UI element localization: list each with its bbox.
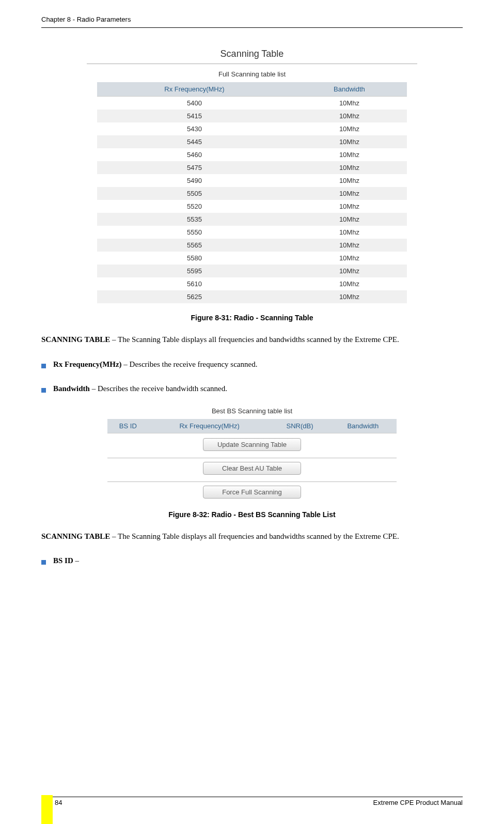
button-divider — [107, 481, 397, 482]
table-cell: 5520 — [97, 200, 292, 213]
table-cell: 5415 — [97, 110, 292, 122]
force-full-scanning-button[interactable]: Force Full Scanning — [203, 486, 301, 499]
bullet-rx-frequency: Rx Frequency(MHz) – Describes the receiv… — [41, 358, 463, 371]
chapter-header: Chapter 8 - Radio Parameters — [41, 15, 463, 23]
table-row: 546010Mhz — [97, 148, 407, 161]
table-cell: 5550 — [97, 226, 292, 239]
scanning-table-bold-2: SCANNING TABLE — [41, 532, 110, 540]
update-scanning-table-button[interactable]: Update Scanning Table — [203, 438, 301, 451]
scanning-table-bold: SCANNING TABLE — [41, 335, 110, 344]
bullet-icon — [41, 560, 46, 565]
bullet-icon — [41, 364, 46, 368]
table-cell: 5610 — [97, 277, 292, 290]
table-cell: 10Mhz — [292, 252, 407, 265]
table-cell: 10Mhz — [292, 265, 407, 277]
table-cell: 10Mhz — [292, 213, 407, 226]
table-row: 541510Mhz — [97, 110, 407, 122]
table-row: 559510Mhz — [97, 265, 407, 277]
col-bandwidth: Bandwidth — [329, 419, 397, 433]
table-row: 547510Mhz — [97, 161, 407, 174]
table-cell: 5595 — [97, 265, 292, 277]
table-row: 561010Mhz — [97, 277, 407, 290]
scanning-table-paragraph-2: SCANNING TABLE – The Scanning Table disp… — [41, 530, 463, 543]
table-cell: 10Mhz — [292, 187, 407, 200]
bullet-bold: Rx Frequency(MHz) — [53, 360, 122, 368]
scanning-table-paragraph-1: SCANNING TABLE – The Scanning Table disp… — [41, 333, 463, 347]
figure-8-31-caption: Figure 8-31: Radio - Scanning Table — [41, 314, 463, 322]
page-footer: 84 Extreme CPE Product Manual — [41, 795, 463, 810]
table-cell: 10Mhz — [292, 97, 407, 110]
bullet-bold: BS ID — [53, 556, 73, 565]
bullet-bs-id: BS ID – — [41, 554, 463, 568]
table-cell: 10Mhz — [292, 226, 407, 239]
table-cell: 5565 — [97, 239, 292, 252]
table-cell: 10Mhz — [292, 110, 407, 122]
bullet-icon — [41, 388, 46, 393]
table-cell: 10Mhz — [292, 239, 407, 252]
table-cell: 5460 — [97, 148, 292, 161]
col-rx-freq: Rx Frequency(MHz) — [149, 419, 271, 433]
figure-8-32-caption: Figure 8-32: Radio - Best BS Scanning Ta… — [41, 510, 463, 519]
table-cell: 5505 — [97, 187, 292, 200]
table-row: 555010Mhz — [97, 226, 407, 239]
best-bs-list-label: Best BS Scanning table list — [107, 407, 397, 415]
bullet-rest: – Describes the receive bandwidth scanne… — [90, 384, 227, 393]
table-cell: 10Mhz — [292, 277, 407, 290]
table-cell: 5580 — [97, 252, 292, 265]
clear-best-au-table-button[interactable]: Clear Best AU Table — [203, 462, 301, 475]
best-bs-table: BS ID Rx Frequency(MHz) SNR(dB) Bandwidt… — [107, 419, 397, 433]
col-snr: SNR(dB) — [271, 419, 329, 433]
yellow-strip — [41, 810, 53, 824]
bullet-text: Rx Frequency(MHz) – Describes the receiv… — [53, 358, 257, 371]
col-rx-freq: Rx Frequency(MHz) — [97, 82, 292, 97]
table-row: 562510Mhz — [97, 290, 407, 303]
table-cell: 5400 — [97, 97, 292, 110]
table-cell: 10Mhz — [292, 148, 407, 161]
table-row: 543010Mhz — [97, 122, 407, 135]
table-cell: 5535 — [97, 213, 292, 226]
table-cell: 5625 — [97, 290, 292, 303]
scanning-table: Rx Frequency(MHz) Bandwidth 540010Mhz541… — [97, 82, 407, 303]
bullet-rest: – — [73, 556, 79, 565]
table-row: 544510Mhz — [97, 135, 407, 148]
table-cell: 5490 — [97, 174, 292, 187]
bullet-text: BS ID – — [53, 554, 79, 568]
table-row: 556510Mhz — [97, 239, 407, 252]
bullet-text: Bandwidth – Describes the receive bandwi… — [53, 382, 227, 396]
bullet-bandwidth: Bandwidth – Describes the receive bandwi… — [41, 382, 463, 396]
table-cell: 10Mhz — [292, 200, 407, 213]
table-cell: 10Mhz — [292, 161, 407, 174]
table-row: 549010Mhz — [97, 174, 407, 187]
button-divider — [107, 458, 397, 458]
table-cell: 10Mhz — [292, 290, 407, 303]
header-divider — [41, 27, 463, 28]
col-bs-id: BS ID — [107, 419, 149, 433]
page-number: 84 — [55, 799, 62, 806]
scanning-table-rest-2: – The Scanning Table displays all freque… — [110, 532, 399, 540]
table-row: 550510Mhz — [97, 187, 407, 200]
table-cell: 5475 — [97, 161, 292, 174]
bullet-rest: – Describes the receive frequency scanne… — [122, 360, 258, 368]
full-scanning-list-label: Full Scanning table list — [41, 70, 463, 78]
bullet-bold: Bandwidth — [53, 384, 90, 393]
title-underline — [87, 64, 417, 64]
table-cell: 5445 — [97, 135, 292, 148]
col-bandwidth: Bandwidth — [292, 82, 407, 97]
table-row: 540010Mhz — [97, 97, 407, 110]
table-row: 552010Mhz — [97, 200, 407, 213]
scanning-table-title: Scanning Table — [41, 49, 463, 59]
table-cell: 10Mhz — [292, 135, 407, 148]
table-cell: 10Mhz — [292, 122, 407, 135]
table-row: 558010Mhz — [97, 252, 407, 265]
manual-title: Extreme CPE Product Manual — [373, 799, 463, 806]
yellow-marker — [41, 795, 53, 810]
scanning-table-rest: – The Scanning Table displays all freque… — [110, 335, 399, 344]
table-cell: 5430 — [97, 122, 292, 135]
table-row: 553510Mhz — [97, 213, 407, 226]
table-cell: 10Mhz — [292, 174, 407, 187]
